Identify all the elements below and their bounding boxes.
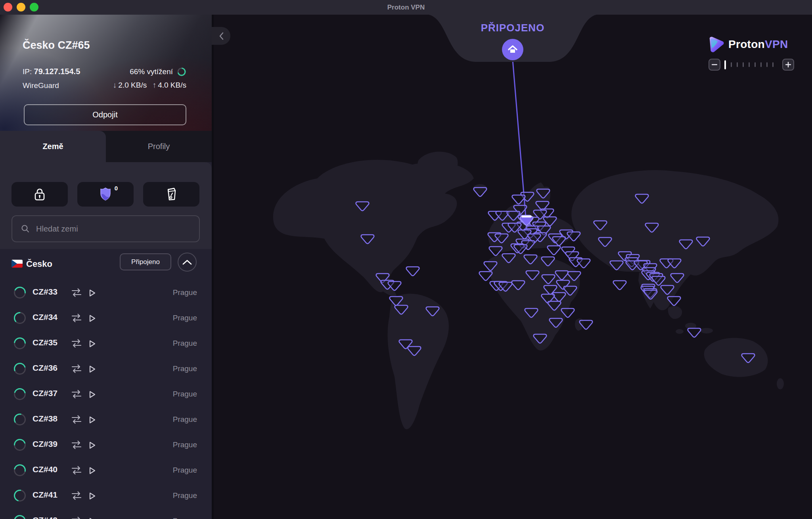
kill-switch-icon bbox=[165, 187, 178, 201]
server-row[interactable]: CZ#42Prague bbox=[0, 508, 212, 519]
server-load-text: 66% vytížení bbox=[130, 67, 173, 76]
server-load-ring bbox=[13, 514, 27, 519]
zoom-slider-tick bbox=[760, 62, 762, 67]
server-name: CZ#39 bbox=[33, 439, 57, 449]
server-row[interactable]: CZ#37Prague bbox=[0, 381, 212, 407]
server-name: CZ#37 bbox=[33, 389, 57, 398]
server-list: CZ#33PragueCZ#34PragueCZ#35PragueCZ#36Pr… bbox=[0, 280, 212, 519]
swap-connection-icon[interactable] bbox=[71, 516, 82, 519]
upload-arrow-icon: ↑ bbox=[152, 80, 156, 90]
home-icon bbox=[508, 45, 518, 54]
filters-panel: 0 bbox=[0, 162, 212, 249]
czech-flag-icon bbox=[11, 260, 23, 268]
swap-connection-icon[interactable] bbox=[71, 338, 82, 349]
swap-connection-icon[interactable] bbox=[71, 313, 82, 323]
swap-connection-icon[interactable] bbox=[71, 465, 82, 475]
country-status-badge[interactable]: Připojeno bbox=[120, 253, 171, 270]
server-row[interactable]: CZ#35Prague bbox=[0, 331, 212, 356]
connect-play-icon[interactable] bbox=[87, 390, 97, 399]
plus-icon bbox=[785, 62, 791, 67]
netshield-badge: 0 bbox=[115, 185, 118, 192]
server-load-ring-icon bbox=[177, 67, 186, 77]
upload-speed: 4.0 KB/s bbox=[158, 81, 186, 90]
sidebar: Česko CZ#65 IP: 79.127.154.5 66% vytížen… bbox=[0, 15, 212, 519]
server-row[interactable]: CZ#34Prague bbox=[0, 305, 212, 331]
secure-core-filter-button[interactable] bbox=[11, 182, 68, 207]
disconnect-button[interactable]: Odpojit bbox=[24, 104, 186, 125]
server-list-section: Česko Připojeno CZ#33PragueCZ#34PragueCZ… bbox=[0, 251, 212, 519]
protocol-label: WireGuard bbox=[23, 81, 59, 90]
sidebar-collapse-button[interactable] bbox=[212, 27, 230, 45]
download-speed: 2.0 KB/s bbox=[118, 81, 147, 90]
server-load-ring bbox=[13, 387, 27, 401]
ip-row: IP: 79.127.154.5 66% vytížení bbox=[23, 67, 186, 78]
server-row[interactable]: CZ#39Prague bbox=[0, 432, 212, 458]
zoom-slider-tick bbox=[743, 62, 744, 67]
server-row[interactable]: CZ#41Prague bbox=[0, 483, 212, 508]
zoom-slider[interactable] bbox=[724, 59, 778, 71]
lock-icon bbox=[34, 188, 46, 201]
window-title: Proton VPN bbox=[0, 0, 812, 15]
server-name: CZ#36 bbox=[33, 363, 57, 373]
connect-play-icon[interactable] bbox=[87, 466, 97, 475]
server-city: Prague bbox=[173, 288, 197, 297]
connect-play-icon[interactable] bbox=[87, 517, 97, 519]
home-location-pin bbox=[502, 39, 523, 60]
protonvpn-logo-icon bbox=[708, 36, 725, 53]
tab-countries[interactable]: Země bbox=[0, 131, 106, 162]
server-city: Prague bbox=[173, 491, 197, 500]
swap-connection-icon[interactable] bbox=[71, 364, 82, 374]
server-name: CZ#35 bbox=[33, 338, 57, 347]
connection-card: Česko CZ#65 IP: 79.127.154.5 66% vytížen… bbox=[0, 15, 212, 131]
titlebar: Proton VPN bbox=[0, 0, 812, 15]
zoom-slider-tick bbox=[749, 62, 750, 67]
server-city: Prague bbox=[173, 364, 197, 373]
tab-profiles[interactable]: Profily bbox=[106, 131, 212, 162]
connect-play-icon[interactable] bbox=[87, 314, 97, 323]
server-city: Prague bbox=[173, 390, 197, 398]
zoom-out-button[interactable] bbox=[709, 59, 720, 71]
server-row[interactable]: CZ#38Prague bbox=[0, 407, 212, 432]
swap-connection-icon[interactable] bbox=[71, 389, 82, 399]
ip-label: IP: bbox=[23, 67, 32, 76]
country-collapse-button[interactable] bbox=[178, 253, 197, 272]
connect-play-icon[interactable] bbox=[87, 339, 97, 349]
search-country-box[interactable] bbox=[11, 215, 200, 242]
kill-switch-filter-button[interactable] bbox=[143, 182, 199, 207]
search-icon bbox=[21, 224, 30, 233]
swap-connection-icon[interactable] bbox=[71, 490, 82, 501]
country-name: Česko bbox=[26, 259, 52, 269]
netshield-shield-icon bbox=[99, 187, 112, 201]
server-city: Prague bbox=[173, 415, 197, 424]
server-name: CZ#33 bbox=[33, 287, 57, 297]
country-row-czechia[interactable]: Česko Připojeno bbox=[0, 253, 212, 276]
server-load-ring bbox=[13, 285, 27, 300]
server-city: Prague bbox=[173, 339, 197, 348]
connect-play-icon[interactable] bbox=[87, 440, 97, 450]
swap-connection-icon[interactable] bbox=[71, 440, 82, 450]
server-load-ring bbox=[13, 412, 27, 427]
search-country-input[interactable] bbox=[35, 224, 188, 234]
chevron-up-icon bbox=[182, 259, 192, 265]
connect-play-icon[interactable] bbox=[87, 491, 97, 501]
connect-play-icon[interactable] bbox=[87, 415, 97, 425]
connected-server-title: Česko CZ#65 bbox=[23, 39, 90, 52]
ip-value: 79.127.154.5 bbox=[34, 67, 80, 76]
server-row[interactable]: CZ#36Prague bbox=[0, 356, 212, 381]
server-load-ring bbox=[13, 438, 27, 452]
connection-status-label: PŘIPOJENO bbox=[453, 22, 572, 34]
netshield-filter-button[interactable]: 0 bbox=[77, 182, 134, 207]
connect-play-icon[interactable] bbox=[87, 288, 97, 298]
server-row[interactable]: CZ#40Prague bbox=[0, 458, 212, 483]
zoom-slider-tick bbox=[731, 62, 732, 67]
zoom-in-button[interactable] bbox=[782, 59, 794, 71]
server-load-ring bbox=[13, 463, 27, 477]
server-row[interactable]: CZ#33Prague bbox=[0, 280, 212, 305]
zoom-slider-tick bbox=[755, 62, 756, 67]
zoom-slider-tick bbox=[737, 62, 738, 67]
server-load-ring bbox=[13, 488, 27, 503]
connect-play-icon[interactable] bbox=[87, 364, 97, 374]
swap-connection-icon[interactable] bbox=[71, 287, 82, 298]
swap-connection-icon[interactable] bbox=[71, 414, 82, 425]
server-name: CZ#34 bbox=[33, 312, 57, 322]
